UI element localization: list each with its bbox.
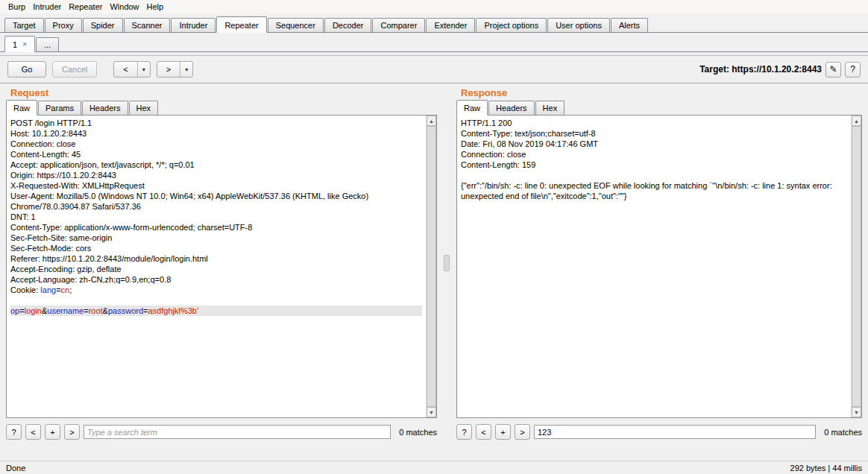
- response-line: Content-Length: 159: [461, 159, 847, 170]
- request-line: DNT: 1: [10, 212, 422, 222]
- main-tab-alerts[interactable]: Alerts: [611, 18, 648, 32]
- request-title: Request: [10, 87, 433, 98]
- scroll-down-icon[interactable]: ▼: [852, 407, 861, 417]
- main-tab-bar: TargetProxySpiderScannerIntruderRepeater…: [0, 13, 868, 33]
- pencil-icon: ✎: [829, 64, 837, 75]
- request-search-next-button[interactable]: >: [64, 424, 80, 440]
- request-line: Accept: application/json, text/javascrip…: [10, 159, 422, 170]
- response-line: {"err":"/bin/sh: -c: line 0: unexpected …: [461, 180, 847, 201]
- main-tab-spider[interactable]: Spider: [83, 18, 123, 32]
- scrollbar-thumb[interactable]: [427, 126, 436, 407]
- response-search-options-button[interactable]: +: [495, 424, 511, 440]
- request-line: Origin: https://10.1.20.2:8443: [10, 170, 422, 180]
- request-line: Host: 10.1.20.2:8443: [10, 128, 422, 139]
- request-search-options-button[interactable]: +: [45, 424, 60, 440]
- response-panel: Response RawHeadersHex HTTP/1.1 200Conte…: [450, 83, 868, 461]
- scroll-down-icon[interactable]: ▼: [427, 407, 436, 417]
- response-search-input[interactable]: [534, 425, 816, 439]
- response-editor[interactable]: HTTP/1.1 200Content-Type: text/json;char…: [456, 116, 862, 418]
- response-search-buttons: ?<+>: [456, 424, 530, 440]
- main-tab-repeater[interactable]: Repeater: [216, 16, 266, 33]
- request-line: Sec-Fetch-Mode: cors: [10, 243, 422, 253]
- request-search-input[interactable]: [84, 425, 391, 439]
- target-url: https://10.1.20.2:8443: [732, 64, 822, 75]
- scroll-up-icon[interactable]: ▲: [427, 116, 436, 126]
- request-editor[interactable]: POST /login HTTP/1.1Host: 10.1.20.2:8443…: [6, 116, 437, 418]
- menu-window[interactable]: Window: [106, 1, 142, 12]
- response-line: Connection: close: [461, 149, 847, 159]
- main-tab-target[interactable]: Target: [4, 18, 44, 32]
- main-tab-intruder[interactable]: Intruder: [171, 18, 216, 32]
- divider-grip-icon[interactable]: [444, 255, 450, 271]
- repeater-tab--[interactable]: ...: [36, 37, 59, 51]
- response-stats: 292 bytes | 44 millis: [790, 464, 862, 473]
- main-tab-proxy[interactable]: Proxy: [45, 18, 82, 32]
- request-line: Referer: https://10.1.20.2:8443/module/l…: [10, 253, 422, 264]
- cancel-button[interactable]: Cancel: [52, 61, 97, 78]
- request-tab-params[interactable]: Params: [38, 101, 81, 115]
- menu-intruder[interactable]: Intruder: [29, 1, 65, 12]
- request-line: op=login&username=root&password=asdfghjk…: [10, 306, 422, 316]
- response-search-next-button[interactable]: >: [515, 424, 530, 440]
- request-panel: Request RawParamsHeadersHex POST /login …: [0, 83, 443, 461]
- response-search-help-button[interactable]: ?: [456, 424, 472, 440]
- request-line: User-Agent: Mozilla/5.0 (Windows NT 10.0…: [10, 191, 422, 212]
- response-scrollbar[interactable]: ▲ ▼: [851, 116, 861, 417]
- request-line: Sec-Fetch-Site: same-origin: [10, 233, 422, 243]
- chevron-down-icon[interactable]: ▾: [137, 62, 150, 77]
- next-label: >: [157, 65, 180, 74]
- status-text: Done: [6, 464, 25, 473]
- scroll-up-icon[interactable]: ▲: [852, 116, 861, 126]
- next-response-button[interactable]: > ▾: [157, 61, 193, 78]
- request-match-count: 0 matches: [399, 428, 437, 437]
- request-line: Content-Length: 45: [10, 149, 422, 159]
- response-message[interactable]: HTTP/1.1 200Content-Type: text/json;char…: [458, 116, 850, 417]
- request-scrollbar[interactable]: ▲ ▼: [426, 116, 436, 417]
- response-tab-headers[interactable]: Headers: [488, 101, 535, 115]
- response-line: Content-Type: text/json;charset=utf-8: [461, 128, 847, 139]
- prev-response-button[interactable]: < ▾: [113, 61, 150, 78]
- go-button[interactable]: Go: [7, 61, 46, 78]
- request-tab-headers[interactable]: Headers: [82, 101, 128, 115]
- main-tab-sequencer[interactable]: Sequencer: [268, 18, 324, 32]
- request-search-help-button[interactable]: ?: [6, 424, 22, 440]
- request-tab-raw[interactable]: Raw: [6, 100, 37, 116]
- repeater-tab-1[interactable]: 1×: [4, 36, 35, 52]
- menu-help[interactable]: Help: [143, 1, 168, 12]
- response-tab-raw[interactable]: Raw: [456, 100, 488, 116]
- response-line: HTTP/1.1 200: [461, 118, 847, 128]
- main-tab-project-options[interactable]: Project options: [476, 18, 547, 32]
- main-tab-decoder[interactable]: Decoder: [324, 18, 372, 32]
- status-bar: Done 292 bytes | 44 millis: [0, 461, 868, 474]
- request-line: Accept-Language: zh-CN,zh;q=0.9,en;q=0.8: [10, 274, 422, 285]
- main-tab-extender[interactable]: Extender: [426, 18, 475, 32]
- response-tab-hex[interactable]: Hex: [535, 101, 565, 115]
- request-line: Cookie: lang=cn;: [10, 285, 422, 295]
- message-panels: Request RawParamsHeadersHex POST /login …: [0, 83, 868, 461]
- request-search-prev-button[interactable]: <: [25, 424, 41, 440]
- split-divider[interactable]: [443, 83, 450, 461]
- target-area: Target: https://10.1.20.2:8443 ✎ ?: [699, 62, 861, 78]
- close-tab-icon[interactable]: ×: [22, 41, 27, 48]
- main-tab-user-options[interactable]: User options: [547, 18, 610, 32]
- request-tab-hex[interactable]: Hex: [129, 101, 159, 115]
- burp-repeater-window: BurpIntruderRepeaterWindowHelp TargetPro…: [0, 0, 868, 461]
- main-tab-scanner[interactable]: Scanner: [124, 18, 171, 32]
- request-message[interactable]: POST /login HTTP/1.1Host: 10.1.20.2:8443…: [7, 116, 425, 417]
- scrollbar-thumb[interactable]: [852, 126, 861, 407]
- repeater-tab-label: 1: [13, 40, 17, 49]
- request-line: Content-Type: application/x-www-form-url…: [10, 222, 422, 233]
- response-match-count: 0 matches: [824, 428, 862, 437]
- response-line: [461, 170, 847, 180]
- response-search-prev-button[interactable]: <: [476, 424, 491, 440]
- response-editor-tabs: RawHeadersHex: [456, 101, 862, 116]
- main-tab-comparer[interactable]: Comparer: [372, 18, 425, 32]
- help-button[interactable]: ?: [845, 62, 861, 78]
- menu-repeater[interactable]: Repeater: [65, 1, 106, 12]
- menu-burp[interactable]: Burp: [4, 1, 29, 12]
- chevron-down-icon[interactable]: ▾: [180, 62, 192, 77]
- target-label: Target: https://10.1.20.2:8443: [699, 64, 822, 75]
- request-line: Connection: close: [10, 139, 422, 149]
- edit-target-button[interactable]: ✎: [825, 62, 841, 78]
- request-editor-tabs: RawParamsHeadersHex: [6, 101, 437, 116]
